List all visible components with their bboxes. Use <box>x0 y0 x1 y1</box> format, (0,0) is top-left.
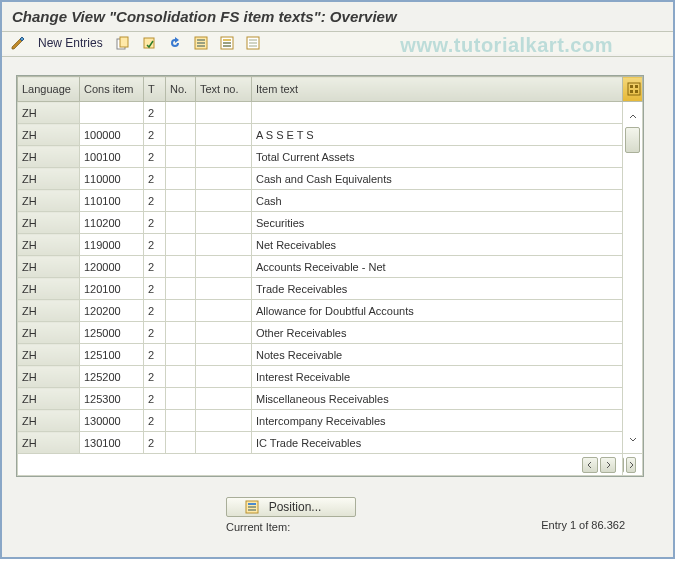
cell-item-text[interactable]: IC Trade Receivables <box>252 432 623 454</box>
cell-t[interactable]: 2 <box>144 102 166 124</box>
cell-item-text[interactable]: Other Receivables <box>252 322 623 344</box>
cell-cons-item[interactable]: 130100 <box>80 432 144 454</box>
cell-cons-item[interactable]: 125100 <box>80 344 144 366</box>
position-button[interactable]: Position... <box>226 497 356 517</box>
cell-cons-item[interactable]: 100100 <box>80 146 144 168</box>
cell-no[interactable] <box>166 410 196 432</box>
cell-t[interactable]: 2 <box>144 234 166 256</box>
cell-item-text[interactable]: Miscellaneous Receivables <box>252 388 623 410</box>
scroll-right-icon[interactable] <box>600 457 616 473</box>
cell-t[interactable]: 2 <box>144 278 166 300</box>
cell-text-no[interactable] <box>196 432 252 454</box>
cell-item-text[interactable]: Total Current Assets <box>252 146 623 168</box>
cell-no[interactable] <box>166 168 196 190</box>
table-row[interactable]: ZH1100002Cash and Cash Equivalents <box>18 168 643 190</box>
cell-no[interactable] <box>166 300 196 322</box>
cell-language[interactable]: ZH <box>18 366 80 388</box>
cell-language[interactable]: ZH <box>18 168 80 190</box>
table-row[interactable]: ZH1253002Miscellaneous Receivables <box>18 388 643 410</box>
cell-cons-item[interactable]: 110100 <box>80 190 144 212</box>
cell-text-no[interactable] <box>196 278 252 300</box>
toggle-display-change-icon[interactable] <box>10 35 26 51</box>
cell-no[interactable] <box>166 322 196 344</box>
col-header-item-text[interactable]: Item text <box>252 77 623 102</box>
cell-cons-item[interactable]: 125300 <box>80 388 144 410</box>
table-row[interactable]: ZH1202002Allowance for Doubtful Accounts <box>18 300 643 322</box>
table-row[interactable]: ZH1190002Net Receivables <box>18 234 643 256</box>
cell-item-text[interactable]: Trade Receivables <box>252 278 623 300</box>
table-settings-icon[interactable] <box>623 77 643 102</box>
scroll-thumb[interactable] <box>625 127 640 153</box>
cell-no[interactable] <box>166 102 196 124</box>
cell-t[interactable]: 2 <box>144 388 166 410</box>
cell-cons-item[interactable]: 120100 <box>80 278 144 300</box>
cell-t[interactable]: 2 <box>144 432 166 454</box>
table-row[interactable]: ZH1000002A S S E T S <box>18 124 643 146</box>
cell-text-no[interactable] <box>196 234 252 256</box>
cell-cons-item[interactable] <box>80 102 144 124</box>
cell-no[interactable] <box>166 190 196 212</box>
vertical-scrollbar[interactable] <box>623 102 643 454</box>
cell-text-no[interactable] <box>196 102 252 124</box>
cell-no[interactable] <box>166 212 196 234</box>
cell-item-text[interactable]: Accounts Receivable - Net <box>252 256 623 278</box>
table-row[interactable]: ZH1252002Interest Receivable <box>18 366 643 388</box>
cell-no[interactable] <box>166 432 196 454</box>
table-row[interactable]: ZH1300002Intercompany Receivables <box>18 410 643 432</box>
cell-text-no[interactable] <box>196 168 252 190</box>
cell-no[interactable] <box>166 388 196 410</box>
cell-no[interactable] <box>166 124 196 146</box>
cell-cons-item[interactable]: 100000 <box>80 124 144 146</box>
cell-text-no[interactable] <box>196 366 252 388</box>
cell-cons-item[interactable]: 120200 <box>80 300 144 322</box>
new-entries-button[interactable]: New Entries <box>36 36 105 50</box>
cell-language[interactable]: ZH <box>18 102 80 124</box>
cell-language[interactable]: ZH <box>18 388 80 410</box>
table-row[interactable]: ZH1250002Other Receivables <box>18 322 643 344</box>
scroll-right-icon[interactable] <box>626 457 636 473</box>
cell-cons-item[interactable]: 110200 <box>80 212 144 234</box>
cell-text-no[interactable] <box>196 212 252 234</box>
cell-item-text[interactable]: Allowance for Doubtful Accounts <box>252 300 623 322</box>
col-header-t[interactable]: T <box>144 77 166 102</box>
table-row[interactable]: ZH1200002Accounts Receivable - Net <box>18 256 643 278</box>
cell-text-no[interactable] <box>196 388 252 410</box>
cell-item-text[interactable]: Interest Receivable <box>252 366 623 388</box>
cell-text-no[interactable] <box>196 410 252 432</box>
cell-language[interactable]: ZH <box>18 278 80 300</box>
undo-change-icon[interactable] <box>167 35 183 51</box>
cell-item-text[interactable]: Securities <box>252 212 623 234</box>
table-row[interactable]: ZH1001002Total Current Assets <box>18 146 643 168</box>
cell-language[interactable]: ZH <box>18 432 80 454</box>
cell-no[interactable] <box>166 256 196 278</box>
cell-item-text[interactable]: Notes Receivable <box>252 344 623 366</box>
cell-text-no[interactable] <box>196 190 252 212</box>
cell-language[interactable]: ZH <box>18 190 80 212</box>
cell-cons-item[interactable]: 130000 <box>80 410 144 432</box>
select-all-icon[interactable] <box>193 35 209 51</box>
cell-text-no[interactable] <box>196 124 252 146</box>
cell-language[interactable]: ZH <box>18 212 80 234</box>
cell-language[interactable]: ZH <box>18 300 80 322</box>
cell-language[interactable]: ZH <box>18 234 80 256</box>
cell-item-text[interactable]: A S S E T S <box>252 124 623 146</box>
col-header-no[interactable]: No. <box>166 77 196 102</box>
table-row[interactable]: ZH1201002Trade Receivables <box>18 278 643 300</box>
cell-t[interactable]: 2 <box>144 256 166 278</box>
scroll-left-icon[interactable] <box>623 457 625 473</box>
table-row[interactable]: ZH1251002Notes Receivable <box>18 344 643 366</box>
cell-cons-item[interactable]: 119000 <box>80 234 144 256</box>
cell-t[interactable]: 2 <box>144 212 166 234</box>
cell-language[interactable]: ZH <box>18 146 80 168</box>
cell-text-no[interactable] <box>196 256 252 278</box>
cell-item-text[interactable]: Intercompany Receivables <box>252 410 623 432</box>
table-row[interactable]: ZH2 <box>18 102 643 124</box>
cell-item-text[interactable] <box>252 102 623 124</box>
cell-t[interactable]: 2 <box>144 124 166 146</box>
select-block-icon[interactable] <box>219 35 235 51</box>
scroll-down-icon[interactable] <box>623 431 642 447</box>
cell-language[interactable]: ZH <box>18 344 80 366</box>
col-header-text-no[interactable]: Text no. <box>196 77 252 102</box>
cell-no[interactable] <box>166 278 196 300</box>
col-header-language[interactable]: Language <box>18 77 80 102</box>
